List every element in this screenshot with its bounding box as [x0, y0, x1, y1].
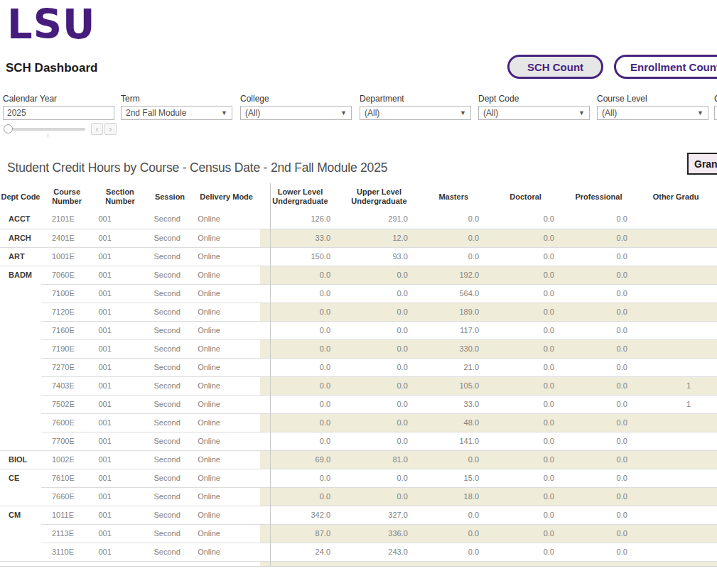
cell-delivery: Online — [192, 358, 260, 376]
table-row[interactable]: 7190E001SecondOnline0.00.0330.00.00.0 — [0, 339, 717, 358]
cell-delivery: Online — [192, 284, 260, 303]
table-row[interactable] — [0, 561, 717, 567]
cell-course: 7502E — [41, 395, 93, 413]
cell-masters: 564.0 — [418, 284, 487, 303]
table-row[interactable]: ARCH2401E001SecondOnline33.012.00.00.00.… — [0, 229, 717, 247]
cell-ulu: 0.0 — [339, 469, 418, 487]
slider-handle[interactable] — [4, 124, 13, 134]
college-dropdown[interactable]: (All) ▼ — [240, 106, 352, 120]
chevron-right-icon[interactable]: › — [104, 123, 117, 135]
dropdown-value: (All) — [483, 108, 498, 118]
cell-ulu: 0.0 — [339, 358, 418, 376]
cell-llu: 0.0 — [260, 432, 339, 450]
table-row[interactable]: 7600E001SecondOnline0.00.048.00.00.0 — [0, 413, 717, 432]
table-row[interactable]: 7160E001SecondOnline0.00.0117.00.00.0 — [0, 321, 717, 339]
cell-llu: 0.0 — [260, 395, 339, 413]
cell-section: 001 — [93, 543, 148, 561]
cell-course: 7610E — [41, 469, 93, 487]
cell-llu: 69.0 — [260, 450, 339, 469]
cell-session: Second — [148, 395, 193, 413]
filter-label: Dept Code — [478, 94, 590, 104]
cell-section: 001 — [93, 376, 148, 395]
table-row[interactable]: 2113E001SecondOnline87.0336.00.00.00.0 — [0, 524, 717, 543]
course-level-dropdown[interactable]: (All) ▼ — [597, 106, 708, 120]
sch-count-button[interactable]: SCH Count — [507, 55, 603, 79]
cell-ulu: 0.0 — [339, 487, 418, 506]
chevron-left-icon[interactable]: ‹ — [91, 123, 103, 135]
cell-delivery: Online — [192, 469, 260, 487]
cell-llu: 0.0 — [260, 321, 339, 339]
filter-label: Department — [360, 94, 471, 104]
cell-professional: 0.0 — [561, 432, 633, 450]
cell-dept — [0, 487, 41, 506]
cell-dept — [0, 339, 41, 358]
table-row[interactable]: BADM7060E001SecondOnline0.00.0192.00.00.… — [0, 266, 717, 284]
cell-other — [633, 229, 717, 247]
cell-section: 001 — [93, 247, 148, 266]
caret-down-icon: ▼ — [460, 109, 466, 116]
department-dropdown[interactable]: (All) ▼ — [360, 106, 471, 120]
cell-delivery: Online — [192, 450, 260, 469]
cell-masters: 21.0 — [418, 358, 487, 376]
dropdown-value: (All) — [602, 108, 617, 118]
table-row[interactable]: 7700E001SecondOnline0.00.0141.00.00.0 — [0, 432, 717, 450]
cell-masters: 0.0 — [418, 543, 487, 561]
table-row[interactable]: 3110E001SecondOnline24.0243.00.00.00.0 — [0, 543, 717, 561]
grand-total-button[interactable]: Gran — [687, 153, 717, 175]
cell-course: 7600E — [41, 413, 93, 432]
table-row[interactable]: CM1011E001SecondOnline342.0327.00.00.00.… — [0, 506, 717, 524]
cell-other — [633, 303, 717, 321]
cell-section: 001 — [93, 506, 148, 524]
cell-other — [633, 358, 717, 376]
cell-doctoral: 0.0 — [487, 413, 561, 432]
cell-llu: 150.0 — [260, 247, 339, 266]
cell-llu: 0.0 — [260, 469, 339, 487]
caret-down-icon: ▼ — [221, 109, 227, 116]
table-row[interactable]: 7502E001SecondOnline0.00.033.00.00.01 — [0, 395, 717, 413]
col-header-session: Session — [148, 192, 193, 202]
cell-other — [633, 432, 717, 450]
term-dropdown[interactable]: 2nd Fall Module ▼ — [121, 106, 232, 120]
filter-college: College (All) ▼ — [240, 94, 352, 120]
table-row[interactable]: 7120E001SecondOnline0.00.0189.00.00.0 — [0, 303, 717, 321]
dashboard-root: LSU SCH Dashboard SCH Count Enrollment C… — [0, 0, 717, 588]
table-row[interactable]: BIOL1002E001SecondOnline69.081.00.00.00.… — [0, 450, 717, 469]
cell-other — [633, 469, 717, 487]
cell-course: 3110E — [41, 543, 93, 561]
table-row[interactable]: 7100E001SecondOnline0.00.0564.00.00.0 — [0, 284, 717, 303]
cell-llu: 126.0 — [260, 210, 339, 229]
table-row[interactable]: 7660E001SecondOnline0.00.018.00.00.0 — [0, 487, 717, 506]
cell-delivery: Online — [192, 395, 260, 413]
cell-session: Second — [148, 339, 193, 358]
table-row[interactable]: 7403E001SecondOnline0.00.0105.00.00.01 — [0, 376, 717, 395]
table-row[interactable]: CE7610E001SecondOnline0.00.015.00.00.0 — [0, 469, 717, 487]
table-row[interactable]: ACCT2101E001SecondOnline126.0291.00.00.0… — [0, 210, 717, 229]
cell-course: 2113E — [41, 524, 93, 543]
cell-delivery: Online — [192, 506, 260, 524]
cell-delivery: Online — [192, 413, 260, 432]
dept-code-dropdown[interactable]: (All) ▼ — [478, 106, 590, 120]
cell-session: Second — [148, 358, 193, 376]
cell-session: Second — [148, 284, 193, 303]
cell-section: 001 — [93, 321, 148, 339]
cell-delivery: Online — [192, 247, 260, 266]
slider-track[interactable] — [6, 128, 85, 131]
cell-dept: CE — [0, 469, 41, 487]
clipped-dropdown[interactable] — [714, 106, 717, 120]
cell-professional: 0.0 — [561, 543, 633, 561]
cell-masters: 0.0 — [418, 210, 487, 229]
table-row[interactable]: ART1001E001SecondOnline150.093.00.00.00.… — [0, 247, 717, 266]
filter-label: College — [240, 94, 352, 104]
cell-masters: 18.0 — [418, 487, 487, 506]
cell-delivery: Online — [192, 376, 260, 395]
dropdown-value: 2nd Fall Module — [126, 108, 186, 118]
filter-department: Department (All) ▼ — [360, 94, 471, 120]
cell-doctoral: 0.0 — [487, 376, 561, 395]
cell-professional: 0.0 — [561, 506, 633, 524]
cell-doctoral: 0.0 — [487, 210, 561, 229]
enrollment-count-button[interactable]: Enrollment Count — [614, 55, 717, 79]
calendar-year-input[interactable]: 2025 — [3, 106, 114, 120]
cell-course: 7660E — [41, 487, 93, 506]
cell-course: 7190E — [41, 339, 93, 358]
table-row[interactable]: 7270E001SecondOnline0.00.021.00.00.0 — [0, 358, 717, 376]
